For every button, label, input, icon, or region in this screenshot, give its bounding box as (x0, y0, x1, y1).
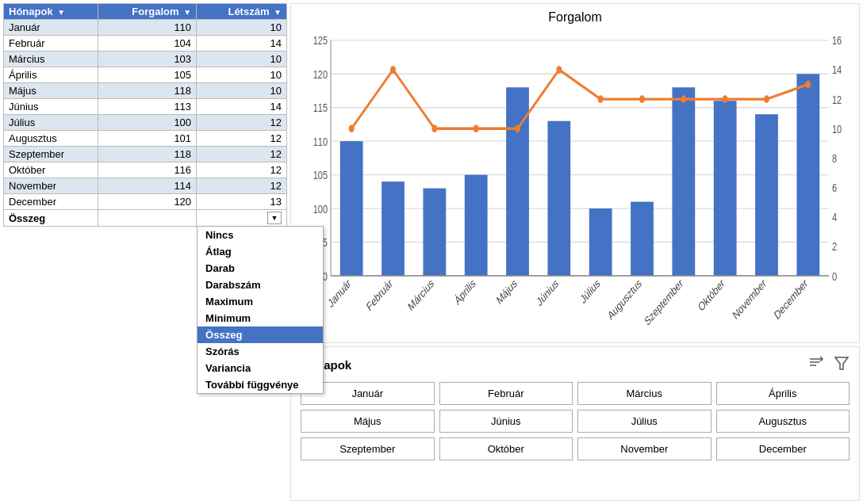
dropdown-menu-item[interactable]: Darabszám (198, 277, 323, 293)
dropdown-menu-item[interactable]: Maximum (198, 293, 323, 310)
svg-point-47 (764, 95, 769, 103)
cell-letszam: 14 (197, 99, 287, 115)
month-button[interactable]: Augusztus (716, 410, 850, 433)
svg-rect-33 (672, 87, 695, 276)
cell-forgalom: 118 (98, 83, 196, 99)
bottom-panel: Hónapok JanuárFebruárMárciusÁprilisMájus… (290, 346, 860, 501)
svg-text:16: 16 (832, 34, 842, 48)
month-button[interactable]: Június (439, 410, 573, 433)
table-row: Május 118 10 (4, 83, 287, 99)
svg-text:105: 105 (313, 168, 328, 181)
dropdown-menu-item[interactable]: Összeg (198, 326, 323, 343)
cell-month: December (4, 194, 98, 210)
month-button[interactable]: December (716, 437, 850, 460)
cell-month: November (4, 178, 98, 194)
svg-rect-26 (382, 181, 405, 276)
bottom-panel-header: Hónapok (301, 355, 850, 374)
svg-text:Július: Július (578, 276, 602, 306)
svg-point-46 (723, 95, 728, 103)
cell-letszam: 12 (197, 178, 287, 194)
svg-text:14: 14 (832, 63, 842, 77)
dropdown-menu-item[interactable]: További függvénye (198, 376, 323, 393)
dropdown-menu: NincsÁtlagDarabDarabszámMaximumMinimumÖs… (197, 226, 324, 394)
cell-letszam: 12 (197, 147, 287, 162)
cell-forgalom: 104 (98, 36, 196, 52)
svg-text:December: December (773, 276, 810, 323)
month-button[interactable]: Október (439, 437, 573, 460)
cell-forgalom: 114 (98, 178, 196, 194)
data-table: Hónapok ▼ Forgalom ▼ Létszám ▼ Január 11… (3, 3, 287, 227)
dropdown-menu-item[interactable]: Darab (198, 260, 323, 277)
svg-text:4: 4 (832, 210, 837, 223)
cell-letszam: 10 (197, 67, 287, 83)
dropdown-menu-item[interactable]: Minimum (198, 310, 323, 326)
svg-text:2: 2 (832, 240, 837, 254)
cell-month: Február (4, 36, 98, 52)
forgalom-dropdown-arrow[interactable]: ▼ (183, 8, 191, 17)
svg-text:Január: Január (326, 276, 353, 310)
month-button[interactable]: Április (716, 382, 850, 405)
svg-rect-28 (465, 175, 488, 276)
month-button[interactable]: Szeptember (301, 437, 435, 460)
chart-container: 90951001051101151201250246810121416Januá… (297, 29, 853, 336)
cell-forgalom: 101 (98, 131, 196, 147)
main-container: Hónapok ▼ Forgalom ▼ Létszám ▼ Január 11… (0, 0, 863, 504)
chart-section: Forgalom 9095100105110115120125024681012… (290, 3, 860, 343)
cell-month: Május (4, 83, 98, 99)
cell-month: Július (4, 115, 98, 131)
filter-icon[interactable] (834, 355, 850, 374)
table-row: Szeptember 118 12 (4, 147, 287, 162)
table-row: Augusztus 101 12 (4, 131, 287, 147)
svg-text:Április: Április (453, 276, 478, 307)
month-grid: JanuárFebruárMárciusÁprilisMájusJúniusJú… (301, 382, 850, 460)
cell-forgalom: 118 (98, 147, 196, 162)
right-section: Forgalom 9095100105110115120125024681012… (290, 3, 860, 501)
cell-month: Október (4, 162, 98, 178)
month-button[interactable]: Február (439, 382, 573, 405)
table-row: Március 103 10 (4, 52, 287, 67)
svg-point-48 (805, 81, 811, 89)
table-section: Hónapok ▼ Forgalom ▼ Létszám ▼ Január 11… (3, 3, 287, 501)
letszam-dropdown-arrow[interactable]: ▼ (274, 8, 282, 17)
cell-forgalom: 120 (98, 194, 196, 210)
svg-text:6: 6 (832, 181, 837, 194)
col-header-honapok[interactable]: Hónapok ▼ (4, 4, 98, 20)
honapok-dropdown-arrow[interactable]: ▼ (57, 8, 65, 17)
month-button[interactable]: Július (577, 410, 711, 433)
cell-month: Április (4, 67, 98, 83)
svg-text:100: 100 (313, 202, 328, 216)
col-header-letszam[interactable]: Létszám ▼ (197, 4, 287, 20)
dropdown-menu-item[interactable]: Szórás (198, 343, 323, 360)
month-button[interactable]: Március (577, 382, 711, 405)
svg-text:0: 0 (832, 269, 837, 283)
cell-letszam: 13 (197, 194, 287, 210)
month-button[interactable]: November (577, 437, 711, 460)
svg-rect-25 (340, 141, 363, 276)
cell-letszam: 10 (197, 52, 287, 67)
total-forgalom (98, 210, 196, 227)
cell-month: Szeptember (4, 147, 98, 162)
sort-icon[interactable] (808, 355, 824, 374)
svg-text:Február: Február (365, 276, 395, 314)
dropdown-menu-item[interactable]: Átlag (198, 243, 323, 260)
table-row: November 114 12 (4, 178, 287, 194)
svg-point-40 (474, 124, 479, 132)
table-row: Október 116 12 (4, 162, 287, 178)
table-row: Június 113 14 (4, 99, 287, 115)
cell-forgalom: 113 (98, 99, 196, 115)
chart-title: Forgalom (297, 10, 853, 25)
total-label: Összeg (4, 210, 98, 227)
svg-rect-27 (423, 189, 446, 276)
chart-svg: 90951001051101151201250246810121416Januá… (297, 29, 853, 336)
svg-text:110: 110 (313, 135, 328, 148)
dropdown-menu-item[interactable]: Variancia (198, 360, 323, 376)
cell-month: Június (4, 99, 98, 115)
month-button[interactable]: Május (301, 410, 435, 433)
col-header-forgalom[interactable]: Forgalom ▼ (98, 4, 196, 20)
total-dropdown-button[interactable]: ▼ (267, 212, 282, 224)
svg-rect-31 (589, 208, 612, 276)
svg-point-38 (390, 66, 396, 74)
dropdown-menu-item[interactable]: Nincs (198, 227, 323, 243)
svg-text:125: 125 (313, 34, 328, 48)
total-letszam: ▼ NincsÁtlagDarabDarabszámMaximumMinimum… (197, 210, 287, 227)
